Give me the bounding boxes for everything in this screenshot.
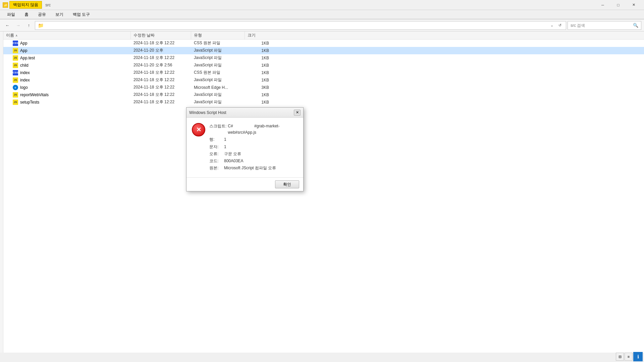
dialog-footer: 확인 (186, 177, 303, 191)
file-type-cell: JavaScript 파일 (191, 54, 245, 61)
tab-view[interactable]: 보기 (51, 10, 68, 19)
file-type-cell: Microsoft Edge H... (191, 84, 245, 90)
search-icon[interactable]: 🔍 (633, 23, 638, 28)
char-value: 1 (224, 144, 226, 150)
file-name: App (20, 41, 27, 46)
file-icon: JS (13, 92, 18, 98)
main-layout: 이름 ∧ 수정한 날짜 유형 크기 CSS App 2024-11-18 오후 … (0, 32, 644, 353)
up-button[interactable]: ↑ (24, 21, 34, 30)
file-size-cell: 1KB (245, 48, 272, 54)
info-button[interactable]: ℹ (633, 352, 643, 361)
file-name-cell: JS App.test (3, 55, 131, 61)
code-row: 코드: 800A03EA (209, 158, 298, 164)
file-name: child (20, 63, 29, 68)
dialog-close-button[interactable]: ✕ (294, 110, 301, 116)
file-name-cell: JS reportWebVitals (3, 92, 131, 98)
address-refresh-btn[interactable]: ↺ (556, 22, 563, 29)
col-header-size[interactable]: 크기 (245, 32, 272, 39)
file-size-cell: 1KB (245, 99, 272, 105)
tab-file[interactable]: 파일 (3, 10, 19, 19)
file-name-cell: e logo (3, 84, 131, 91)
char-label: 문자: (209, 144, 223, 150)
ok-button[interactable]: 확인 (275, 180, 299, 188)
file-name-cell: JS child (3, 62, 131, 69)
file-size-cell: 1KB (245, 62, 272, 68)
status-bar: ⊟ ≡ ℹ (614, 351, 644, 362)
detail-view-button[interactable]: ≡ (625, 353, 633, 361)
file-type-cell: JavaScript 파일 (191, 99, 245, 106)
title-bar-left: 📁 백업되지 않음 src (3, 1, 51, 9)
error-type-value: 구문 오류 (224, 151, 241, 157)
maximize-button[interactable]: □ (610, 0, 626, 10)
file-list-header: 이름 ∧ 수정한 날짜 유형 크기 (3, 32, 644, 40)
col-header-type[interactable]: 유형 (191, 32, 245, 39)
forward-button[interactable]: → (13, 21, 23, 30)
title-bar: 📁 백업되지 않음 src ─ □ ✕ (0, 0, 644, 10)
table-row[interactable]: JS App 2024-11-20 오후 JavaScript 파일 1KB (3, 47, 644, 54)
file-size-cell: 3KB (245, 84, 272, 90)
file-icon: JS (13, 48, 18, 53)
col-header-name[interactable]: 이름 ∧ (3, 32, 131, 39)
search-box[interactable]: 🔍 (568, 21, 641, 30)
file-icon: JS (13, 55, 18, 61)
script-row: 스크립트: C# #grab-market-web#src#App.js (209, 123, 298, 136)
minimize-button[interactable]: ─ (595, 0, 610, 10)
code-value: 800A03EA (224, 158, 243, 164)
file-size-cell: 1KB (245, 92, 272, 98)
file-name-cell: JS index (3, 77, 131, 83)
file-rows: CSS App 2024-11-18 오후 12:22 CSS 원본 파일 1K… (3, 40, 644, 106)
close-button[interactable]: ✕ (626, 0, 641, 10)
dialog-title: Windows Script Host (189, 110, 226, 115)
file-icon: CSS (13, 70, 18, 75)
file-date-cell: 2024-11-18 오후 12:22 (131, 99, 191, 106)
file-type-cell: CSS 원본 파일 (191, 69, 245, 76)
tab-share[interactable]: 공유 (34, 10, 50, 19)
file-type-cell: JavaScript 파일 (191, 62, 245, 69)
sort-arrow: ∧ (15, 34, 18, 37)
table-row[interactable]: JS reportWebVitals 2024-11-18 오후 12:22 J… (3, 91, 644, 99)
file-name-cell: CSS App (3, 40, 131, 47)
src-label: src (45, 3, 51, 7)
file-date-cell: 2024-11-18 오후 12:22 (131, 84, 191, 91)
sidebar (0, 32, 3, 353)
file-date-cell: 2024-11-20 오후 (131, 47, 191, 54)
file-name-cell: JS setupTests (3, 99, 131, 106)
table-row[interactable]: e logo 2024-11-18 오후 12:22 Microsoft Edg… (3, 84, 644, 91)
table-row[interactable]: JS child 2024-11-20 오후 2:56 JavaScript 파… (3, 62, 644, 69)
table-row[interactable]: CSS App 2024-11-18 오후 12:22 CSS 원본 파일 1K… (3, 40, 644, 47)
script-value: C# #grab-market-web#src#App.js (228, 123, 298, 136)
dialog-title-bar: Windows Script Host ✕ (186, 108, 303, 118)
tab-backup-tools[interactable]: 백업 도구 (68, 10, 94, 19)
line-label: 행: (209, 136, 223, 143)
table-row[interactable]: CSS index 2024-11-18 오후 12:22 CSS 원본 파일 … (3, 69, 644, 76)
file-name: setupTests (20, 100, 39, 105)
file-date-cell: 2024-11-20 오후 2:56 (131, 62, 191, 69)
error-type-row: 오류: 구문 오류 (209, 151, 298, 157)
search-input[interactable] (571, 23, 632, 28)
file-icon: JS (13, 100, 18, 105)
file-icon: e (13, 85, 18, 90)
file-date-cell: 2024-11-18 오후 12:22 (131, 76, 191, 83)
table-row[interactable]: JS index 2024-11-18 오후 12:22 JavaScript … (3, 76, 644, 84)
error-type-label: 오류: (209, 151, 223, 157)
source-row: 원본: Microsoft JScript 컴파일 오류 (209, 165, 298, 171)
file-name: index (20, 78, 30, 82)
file-icon: JS (13, 77, 18, 83)
address-text: 📁 (38, 23, 547, 28)
file-type-cell: JavaScript 파일 (191, 47, 245, 54)
error-dialog: Windows Script Host ✕ 스크립트: C# #grab-mar… (186, 107, 304, 191)
file-name: index (20, 70, 30, 75)
tab-home[interactable]: 홈 (20, 10, 33, 19)
address-bar[interactable]: 📁 ⌄ ↺ (35, 21, 566, 30)
list-view-button[interactable]: ⊟ (616, 353, 624, 361)
table-row[interactable]: JS App.test 2024-11-18 오후 12:22 JavaScri… (3, 54, 644, 62)
file-name-cell: JS App (3, 47, 131, 54)
address-dropdown-btn[interactable]: ⌄ (548, 22, 555, 29)
back-button[interactable]: ← (3, 21, 12, 30)
window-title: 백업되지 않음 (9, 1, 42, 9)
file-icon: JS (13, 63, 18, 68)
file-name: logo (20, 85, 28, 90)
table-row[interactable]: JS setupTests 2024-11-18 오후 12:22 JavaSc… (3, 99, 644, 106)
file-date-cell: 2024-11-18 오후 12:22 (131, 91, 191, 98)
col-header-date[interactable]: 수정한 날짜 (131, 32, 191, 39)
